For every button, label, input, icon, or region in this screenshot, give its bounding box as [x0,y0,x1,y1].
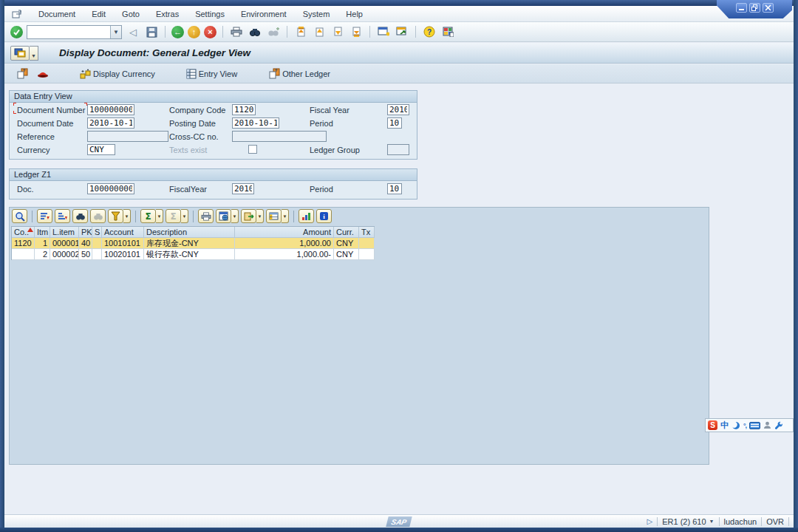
collapse-command-icon[interactable]: ◁ [126,24,140,39]
period-field[interactable] [387,117,402,129]
cell-company[interactable] [12,249,35,260]
create-shortcut-button[interactable] [395,24,409,39]
choose-layout-button[interactable] [266,209,282,223]
enter-button[interactable] [10,26,23,38]
menu-document[interactable]: Document [38,10,75,18]
ime-brand-icon[interactable]: S [708,420,717,430]
cross-cc-field[interactable] [232,131,327,142]
table-row[interactable]: 2 000002 50 10020101 银行存款-CNY 1,000.00- … [12,249,375,260]
minimize-button[interactable] [736,3,747,13]
alv-print-button[interactable] [198,209,214,223]
sort-ascending-button[interactable] [37,209,52,223]
cancel-button[interactable]: × [204,26,216,38]
cell-currency[interactable]: CNY [334,249,359,260]
export-button[interactable] [241,209,256,223]
ime-settings-wrench-icon[interactable] [774,421,783,430]
texts-exist-checkbox[interactable] [248,145,257,154]
back-button[interactable]: ← [171,26,184,38]
gui-status-dropdown[interactable]: ▼ [30,46,38,61]
cell-item[interactable]: 2 [35,249,50,260]
system-info-dropdown[interactable]: ▼ [709,519,715,524]
currency-field[interactable] [87,144,115,155]
ledger-group-field[interactable] [387,144,409,155]
cell-litem[interactable]: 000002 [50,249,79,260]
menu-environment[interactable]: Environment [241,10,287,18]
col-header-company[interactable]: Co.. [12,227,35,238]
exit-button[interactable]: ↑ [188,26,200,38]
col-header-s[interactable]: S [92,227,102,238]
ledger-doc-field[interactable] [87,183,134,194]
cell-account[interactable]: 10020101 [102,249,144,260]
print-button[interactable] [229,24,244,39]
command-field-dropdown[interactable]: ▼ [110,26,121,38]
other-document-button[interactable] [13,66,31,81]
find-next-button[interactable] [266,24,281,39]
filter-dropdown[interactable]: ▼ [123,209,131,223]
ime-account-icon[interactable] [763,421,771,429]
cell-amount[interactable]: 1,000.00 [235,238,334,249]
export-dropdown[interactable]: ▼ [256,209,264,223]
col-header-currency[interactable]: Curr. [334,227,359,238]
ime-fullhalf-moon-icon[interactable] [732,421,740,430]
views-button[interactable] [216,209,231,223]
new-session-button[interactable] [376,24,391,39]
ime-language-toggle[interactable]: 中 [720,420,729,431]
cell-item[interactable]: 1 [35,238,50,249]
col-header-item[interactable]: Itm [35,227,50,238]
views-dropdown[interactable]: ▼ [231,209,239,223]
sort-descending-button[interactable] [55,209,70,223]
menu-help[interactable]: Help [346,10,363,18]
total-button[interactable]: Σ [140,209,156,223]
previous-page-button[interactable] [312,24,327,39]
document-header-button[interactable] [34,67,52,81]
info-button[interactable]: i [316,209,332,223]
menu-goto[interactable]: Goto [122,10,140,18]
display-currency-button[interactable]: Display Currency [77,67,158,81]
menu-settings[interactable]: Settings [195,10,225,18]
close-button[interactable] [763,3,774,13]
cell-tax[interactable] [359,238,375,249]
ledger-fiscal-year-field[interactable] [232,183,254,194]
command-field[interactable] [27,26,110,38]
col-header-amount[interactable]: Amount [235,227,334,238]
cell-company[interactable]: 1120 [12,238,35,249]
details-button[interactable] [12,209,27,223]
cell-currency[interactable]: CNY [334,238,359,249]
cell-pk[interactable]: 50 [79,249,92,260]
company-code-field[interactable] [232,104,256,115]
col-header-pk[interactable]: PK [79,227,92,238]
last-page-button[interactable] [349,24,364,39]
cell-tax[interactable] [359,249,375,260]
cell-pk[interactable]: 40 [79,238,92,249]
help-button[interactable]: ? [422,24,437,39]
ime-punctuation-toggle[interactable]: °, [743,422,746,429]
cell-s[interactable] [92,238,102,249]
document-number-field[interactable] [87,104,134,115]
document-date-field[interactable] [87,117,134,129]
customize-layout-button[interactable] [440,24,455,39]
find-button[interactable] [248,24,262,39]
cell-amount[interactable]: 1,000.00- [235,249,334,260]
other-ledger-button[interactable]: Other Ledger [265,66,333,81]
subtotal-dropdown[interactable]: ▼ [181,209,188,223]
alv-find-next-button[interactable] [90,209,106,223]
col-header-description[interactable]: Description [144,227,235,238]
cell-description[interactable]: 库存现金-CNY [144,238,235,249]
ledger-period-field[interactable] [387,183,402,194]
table-row[interactable]: 1120 1 000001 40 10010101 库存现金-CNY 1,000… [12,238,375,249]
entry-view-button[interactable]: Entry View [183,67,240,81]
status-details-toggle[interactable]: ▷ [647,517,653,525]
reference-field[interactable] [87,131,168,142]
fiscal-year-field[interactable] [387,104,409,115]
next-page-button[interactable] [330,24,345,39]
subtotal-button[interactable]: Σ [166,209,181,223]
posting-date-field[interactable] [232,117,279,129]
cell-s[interactable] [92,249,102,260]
choose-layout-dropdown[interactable]: ▼ [282,209,289,223]
restore-button[interactable] [749,3,760,13]
cell-account[interactable]: 10010101 [102,238,144,249]
first-page-button[interactable] [293,24,308,39]
gui-status-button[interactable] [10,46,30,61]
filter-button[interactable] [108,209,123,223]
col-header-tax[interactable]: Tx [359,227,375,238]
